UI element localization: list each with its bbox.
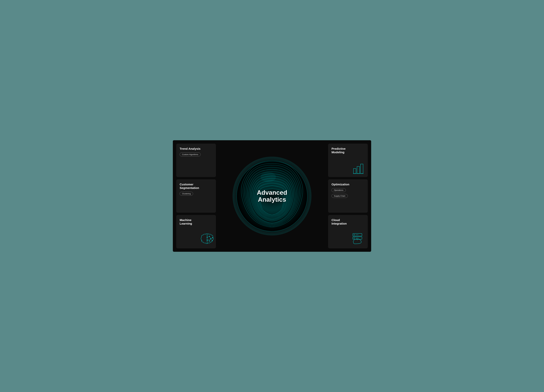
center-orb-area: Advanced Analytics bbox=[218, 144, 326, 248]
svg-line-14 bbox=[211, 239, 212, 241]
card-customer-segmentation: Customer Segmentation Clustering bbox=[176, 179, 216, 213]
orb-container: Advanced Analytics bbox=[218, 144, 326, 248]
card-cloud-integration: CloudIntegration bbox=[328, 215, 368, 248]
svg-point-27 bbox=[354, 238, 355, 238]
clustering-badge[interactable]: Clustering bbox=[180, 192, 193, 196]
main-screen: Trend Analysis Custom Algorithms Custome… bbox=[173, 140, 371, 252]
cloud-server-icon bbox=[351, 233, 366, 246]
customer-segmentation-title: Customer Segmentation bbox=[180, 183, 213, 190]
svg-line-13 bbox=[211, 238, 213, 239]
card-predictive-modeling: PredictiveModeling bbox=[328, 144, 368, 177]
operations-badge[interactable]: Operations bbox=[331, 188, 346, 192]
card-trend-analysis: Trend Analysis Custom Algorithms bbox=[176, 144, 216, 177]
ml-brain-icon bbox=[200, 233, 214, 246]
card-optimization: Optimization Operations Supply Chain bbox=[328, 179, 368, 213]
center-title-line2: Analytics bbox=[258, 196, 286, 203]
svg-rect-19 bbox=[354, 168, 356, 173]
center-title-line1: Advanced bbox=[257, 189, 287, 196]
svg-rect-21 bbox=[361, 164, 363, 173]
trend-analysis-title: Trend Analysis bbox=[180, 147, 213, 150]
center-title: Advanced Analytics bbox=[257, 189, 287, 203]
optimization-title: Optimization bbox=[331, 183, 364, 186]
svg-line-8 bbox=[207, 236, 209, 237]
svg-point-24 bbox=[354, 234, 355, 235]
svg-rect-20 bbox=[357, 167, 360, 173]
svg-line-9 bbox=[207, 239, 211, 240]
cloud-integration-title: CloudIntegration bbox=[331, 218, 364, 225]
custom-algorithms-badge[interactable]: Custom Algorithms bbox=[180, 153, 201, 156]
bar-chart-icon bbox=[353, 163, 366, 175]
svg-line-10 bbox=[207, 240, 209, 241]
svg-point-18 bbox=[260, 172, 276, 182]
predictive-modeling-title: PredictiveModeling bbox=[331, 147, 364, 154]
machine-learning-title: MachineLearning bbox=[180, 218, 213, 225]
supply-chain-badge[interactable]: Supply Chain bbox=[331, 194, 348, 198]
card-machine-learning: MachineLearning bbox=[176, 215, 216, 248]
svg-line-6 bbox=[209, 236, 211, 239]
